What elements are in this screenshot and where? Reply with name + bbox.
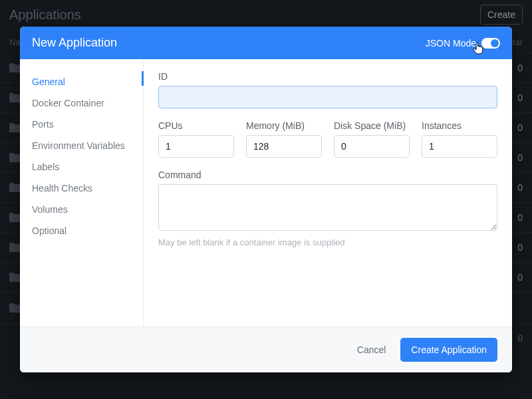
sidebar-item-optional[interactable]: Optional [20,220,143,241]
sidebar-item-volumes[interactable]: Volumes [20,199,143,220]
disk-input[interactable] [334,135,410,158]
modal-title: New Application [32,36,117,50]
cpus-label: CPUs [158,120,234,131]
modal-sidebar: GeneralDocker ContainerPortsEnvironment … [20,59,144,327]
create-application-button[interactable]: Create Application [400,338,497,362]
cancel-button[interactable]: Cancel [353,339,390,360]
json-mode-label: JSON Mode [426,38,476,49]
sidebar-item-environment-variables[interactable]: Environment Variables [20,135,143,156]
sidebar-item-labels[interactable]: Labels [20,156,143,178]
modal-header: New Application JSON Mode [20,27,512,59]
new-application-modal: New Application JSON Mode GeneralDocker … [20,27,512,372]
cpus-input[interactable] [158,135,234,158]
sidebar-item-general[interactable]: General [20,71,143,92]
memory-label: Memory (MiB) [246,120,322,131]
instances-input[interactable] [422,135,497,158]
sidebar-item-docker-container[interactable]: Docker Container [20,92,143,114]
sidebar-item-ports[interactable]: Ports [20,114,143,135]
modal-footer: Cancel Create Application [20,327,512,372]
command-textarea[interactable] [158,184,497,231]
disk-label: Disk Space (MiB) [334,120,410,131]
command-help-text: May be left blank if a container image i… [158,237,497,247]
page-title: Applications [9,7,81,23]
instances-label: Instances [422,120,497,131]
sidebar-item-health-checks[interactable]: Health Checks [20,178,143,199]
id-input[interactable] [158,86,497,108]
form-general: ID CPUs Memory (MiB) Disk Space (MiB) In [144,59,512,327]
create-button[interactable]: Create [480,5,523,25]
memory-input[interactable] [246,135,322,158]
json-mode-toggle[interactable] [481,38,500,49]
command-label: Command [158,170,497,180]
id-label: ID [158,71,497,82]
